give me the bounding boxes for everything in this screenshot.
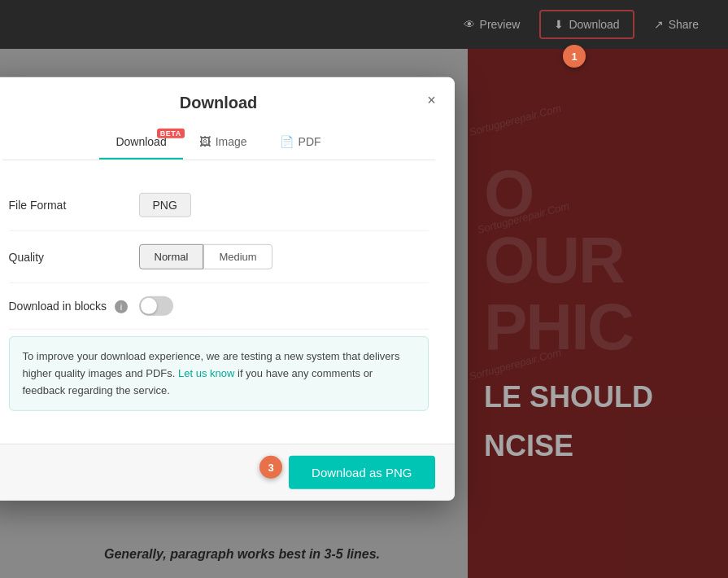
modal-footer: 3 Download as PNG xyxy=(0,444,455,501)
tab-image[interactable]: 🖼 Image xyxy=(183,125,264,160)
quality-row: Quality Normal Medium xyxy=(9,231,429,283)
quality-medium-button[interactable]: Medium xyxy=(203,244,272,269)
info-box: To improve your download experience, we … xyxy=(9,336,429,411)
let-us-know-link[interactable]: Let us know xyxy=(178,367,234,379)
toggle-knob xyxy=(141,298,157,314)
tab-image-label: Image xyxy=(216,135,247,148)
blocks-toggle-wrapper xyxy=(139,296,429,316)
modal-body: File Format PNG Quality Normal Medium xyxy=(0,160,455,444)
file-format-control: PNG xyxy=(139,193,429,217)
modal-header: Download × BETA Download 🖼 Image 📄 PDF xyxy=(0,77,455,160)
file-format-button[interactable]: PNG xyxy=(139,193,191,217)
modal-tabs: BETA Download 🖼 Image 📄 PDF xyxy=(2,125,435,160)
modal-title: Download xyxy=(2,94,435,112)
beta-badge: BETA xyxy=(157,129,185,138)
blocks-label: Download in blocks i xyxy=(9,299,139,313)
download-as-png-button[interactable]: Download as PNG xyxy=(289,456,434,489)
pdf-icon: 📄 xyxy=(280,135,294,148)
quality-control: Normal Medium xyxy=(139,244,429,269)
annotation-badge-3: 3 xyxy=(259,456,282,479)
blocks-control xyxy=(139,296,429,316)
blocks-toggle[interactable] xyxy=(139,296,173,316)
tab-download[interactable]: BETA Download xyxy=(99,125,182,160)
quality-label: Quality xyxy=(9,250,139,263)
blocks-row: Download in blocks i xyxy=(9,283,429,330)
download-modal: 2 Download × BETA Download 🖼 Image 📄 PDF… xyxy=(0,77,455,501)
tab-pdf[interactable]: 📄 PDF xyxy=(264,125,338,160)
file-format-row: File Format PNG xyxy=(9,180,429,231)
annotation-badge-1: 1 xyxy=(563,45,586,68)
quality-group: Normal Medium xyxy=(139,244,429,269)
file-format-label: File Format xyxy=(9,199,139,212)
tab-pdf-label: PDF xyxy=(299,135,321,148)
blocks-info-icon[interactable]: i xyxy=(115,300,128,313)
modal-close-button[interactable]: × xyxy=(422,90,442,110)
quality-normal-button[interactable]: Normal xyxy=(139,244,204,269)
image-icon: 🖼 xyxy=(199,135,211,148)
